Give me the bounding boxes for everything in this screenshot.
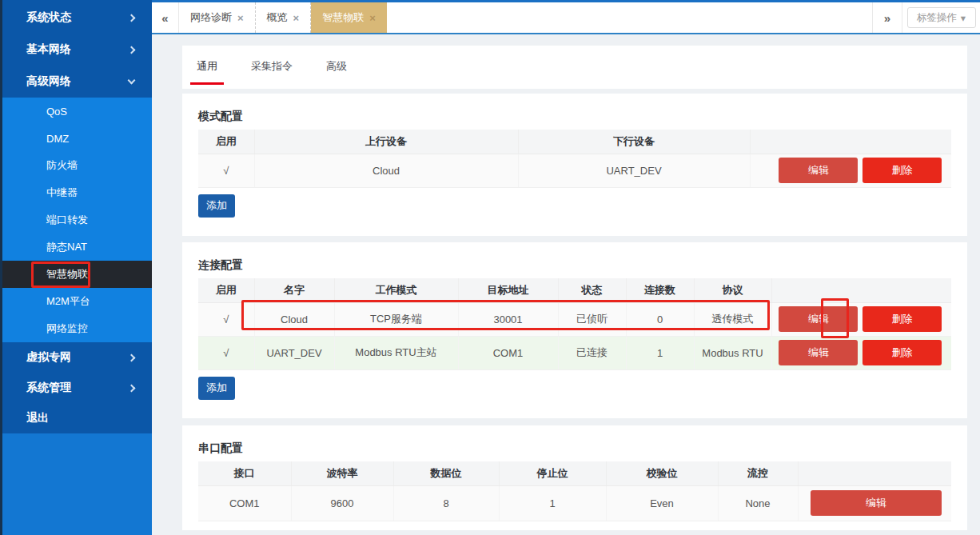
table-row: COM1 9600 8 1 Even None 编辑 — [198, 485, 951, 521]
cell-enable-check: √ — [198, 336, 254, 369]
cell-stop-bits: 1 — [499, 485, 606, 521]
window-tab-label: 智慧物联 — [322, 10, 364, 25]
chevron-right-icon — [128, 46, 136, 54]
cell-interface: COM1 — [198, 485, 291, 521]
col-header-target-address: 目标地址 — [458, 278, 558, 302]
chevron-down-icon — [128, 77, 136, 85]
window-tab-smart-iot[interactable]: 智慧物联 × — [311, 2, 387, 33]
col-header-enable: 启用 — [198, 130, 254, 154]
cell-protocol: 透传模式 — [694, 302, 771, 336]
caret-down-icon: ▾ — [961, 12, 966, 24]
section-title: 连接配置 — [198, 258, 951, 273]
sidebar-item-label: 高级网络 — [26, 74, 71, 89]
cell-enable-check: √ — [198, 154, 254, 187]
app-root: 系统状态 基本网络 高级网络 QoS DMZ 防火墙 中继器 端口转发 静态NA… — [0, 0, 980, 535]
sidebar-item-firewall[interactable]: 防火墙 — [2, 152, 152, 179]
chevron-right-icon — [128, 14, 136, 22]
sidebar-item-network-monitor[interactable]: 网络监控 — [2, 315, 152, 342]
col-header-data-bits: 数据位 — [393, 461, 499, 485]
edit-button[interactable]: 编辑 — [811, 490, 942, 516]
tag-operations-area: 标签操作 ▾ — [902, 2, 980, 33]
scroll-tabs-left-button[interactable]: « — [152, 2, 179, 33]
chevron-right-icon — [128, 384, 136, 392]
close-icon[interactable]: × — [369, 12, 376, 24]
cell-baud-rate: 9600 — [291, 485, 393, 521]
table-header-row: 启用 名字 工作模式 目标地址 状态 连接数 协议 — [198, 278, 951, 302]
cell-connection-count: 0 — [626, 302, 694, 336]
mode-config-section: 模式配置 启用 上行设备 下行设备 √ Cloud UART_DEV 编辑 删除 — [182, 94, 967, 236]
tab-bar-spacer — [387, 2, 872, 33]
sidebar-item-qos[interactable]: QoS — [2, 98, 152, 125]
sidebar-item-vpn[interactable]: 虚拟专网 — [2, 342, 152, 373]
sidebar-item-advanced-network[interactable]: 高级网络 — [2, 66, 152, 98]
cell-status: 已连接 — [558, 336, 626, 369]
sidebar-item-smart-iot[interactable]: 智慧物联 — [2, 261, 152, 288]
chevron-right-icon — [128, 353, 136, 361]
delete-button[interactable]: 删除 — [862, 158, 942, 183]
scroll-tabs-right-button[interactable]: » — [872, 2, 902, 33]
col-header-work-mode: 工作模式 — [334, 278, 458, 302]
col-header-parity: 校验位 — [606, 461, 718, 485]
sidebar-item-dmz[interactable]: DMZ — [2, 125, 152, 152]
cell-actions: 编辑 删除 — [750, 154, 951, 187]
cell-protocol: Modbus RTU — [694, 336, 771, 369]
cell-work-mode: Modbus RTU主站 — [334, 336, 458, 369]
add-button[interactable]: 添加 — [198, 377, 235, 400]
window-tab-label: 概览 — [267, 10, 288, 25]
sidebar-item-static-nat[interactable]: 静态NAT — [2, 234, 152, 261]
window-tab-overview[interactable]: 概览 × — [256, 2, 312, 33]
sidebar: 系统状态 基本网络 高级网络 QoS DMZ 防火墙 中继器 端口转发 静态NA… — [0, 0, 152, 535]
cell-connection-count: 1 — [626, 336, 694, 369]
cell-target-address: 30001 — [458, 302, 558, 336]
sidebar-item-system-management[interactable]: 系统管理 — [2, 373, 152, 403]
tag-operations-label: 标签操作 — [917, 11, 957, 25]
sidebar-item-label: 虚拟专网 — [26, 350, 71, 365]
edit-button[interactable]: 编辑 — [779, 158, 858, 183]
window-tab-network-diagnosis[interactable]: 网络诊断 × — [179, 2, 256, 33]
cell-downstream-device: UART_DEV — [518, 154, 750, 187]
sidebar-item-label: 系统管理 — [26, 381, 71, 395]
tab-collect-commands[interactable]: 采集指令 — [245, 46, 299, 89]
col-header-stop-bits: 停止位 — [499, 461, 606, 485]
col-header-protocol: 协议 — [694, 278, 771, 302]
section-title: 串口配置 — [198, 441, 951, 456]
sidebar-item-system-status[interactable]: 系统状态 — [2, 2, 152, 34]
tag-operations-dropdown[interactable]: 标签操作 ▾ — [907, 7, 976, 28]
sidebar-item-logout[interactable]: 退出 — [2, 403, 152, 433]
sidebar-item-basic-network[interactable]: 基本网络 — [2, 34, 152, 66]
col-header-actions — [771, 278, 951, 302]
add-button[interactable]: 添加 — [198, 194, 235, 218]
col-header-downstream-device: 下行设备 — [518, 130, 750, 154]
section-title: 模式配置 — [198, 110, 951, 124]
tab-general[interactable]: 通用 — [190, 46, 224, 89]
close-icon[interactable]: × — [293, 12, 300, 24]
edit-button[interactable]: 编辑 — [779, 306, 858, 332]
cell-actions: 编辑 — [798, 485, 951, 521]
sidebar-item-label: 系统状态 — [26, 10, 71, 25]
cell-upstream-device: Cloud — [254, 154, 518, 187]
delete-button[interactable]: 删除 — [862, 306, 942, 332]
sidebar-item-repeater[interactable]: 中继器 — [2, 179, 152, 206]
close-icon[interactable]: × — [237, 12, 244, 24]
connection-config-table: 启用 名字 工作模式 目标地址 状态 连接数 协议 √ Cloud TCP服务端… — [198, 278, 951, 370]
connection-config-section: 连接配置 启用 名字 工作模式 目标地址 状态 连接数 协议 √ — [182, 242, 967, 418]
col-header-baud-rate: 波特率 — [291, 461, 393, 485]
col-header-flow-control: 流控 — [718, 461, 798, 485]
page-tabs: 通用 采集指令 高级 — [182, 46, 967, 89]
top-tab-bar: « 网络诊断 × 概览 × 智慧物联 × » 标签操作 ▾ — [152, 0, 980, 34]
col-header-name: 名字 — [254, 278, 334, 302]
col-header-actions — [798, 461, 951, 485]
sidebar-item-port-forward[interactable]: 端口转发 — [2, 206, 152, 234]
delete-button[interactable]: 删除 — [862, 340, 942, 365]
sidebar-item-label: 基本网络 — [26, 42, 71, 57]
cell-target-address: COM1 — [458, 336, 558, 369]
edit-button[interactable]: 编辑 — [779, 340, 858, 365]
sidebar-item-label: 退出 — [26, 411, 49, 425]
sidebar-submenu: QoS DMZ 防火墙 中继器 端口转发 静态NAT 智慧物联 M2M平台 网络… — [2, 98, 152, 342]
cell-data-bits: 8 — [393, 485, 499, 521]
sidebar-item-m2m-platform[interactable]: M2M平台 — [2, 288, 152, 315]
table-row-uart-dev: √ UART_DEV Modbus RTU主站 COM1 已连接 1 Modbu… — [198, 336, 951, 369]
col-header-interface: 接口 — [198, 461, 291, 485]
tab-advanced[interactable]: 高级 — [320, 46, 353, 89]
serial-config-section: 串口配置 接口 波特率 数据位 停止位 校验位 流控 COM1 960 — [182, 425, 967, 530]
